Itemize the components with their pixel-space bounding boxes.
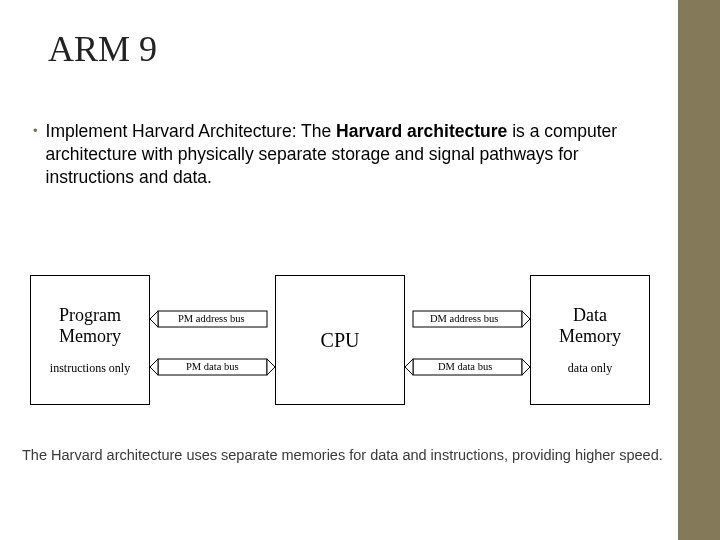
bullet-marker: • [33, 123, 38, 138]
bullet-prefix: Implement Harvard Architecture: The [46, 121, 337, 141]
program-memory-sub: instructions only [50, 361, 130, 376]
pm-data-bus-label: PM data bus [186, 361, 239, 372]
cpu-box: CPU [275, 275, 405, 405]
svg-marker-7 [522, 311, 530, 327]
dm-address-bus-label: DM address bus [430, 313, 498, 324]
program-memory-box: Program Memory instructions only [30, 275, 150, 405]
dm-data-bus-label: DM data bus [438, 361, 492, 372]
diagram-caption: The Harvard architecture uses separate m… [22, 447, 663, 463]
svg-marker-10 [522, 359, 530, 375]
harvard-diagram: Program Memory instructions only CPU Dat… [30, 275, 650, 445]
data-memory-box: Data Memory data only [530, 275, 650, 405]
svg-marker-4 [150, 359, 158, 375]
svg-marker-5 [267, 359, 275, 375]
cpu-label: CPU [321, 329, 360, 352]
data-memory-sub: data only [568, 361, 612, 376]
svg-marker-2 [150, 311, 158, 327]
bullet-item: • Implement Harvard Architecture: The Ha… [33, 120, 650, 188]
accent-sidebar [678, 0, 720, 540]
program-memory-title: Program Memory [59, 305, 121, 347]
pm-address-bus-label: PM address bus [178, 313, 245, 324]
bullet-text: Implement Harvard Architecture: The Harv… [46, 120, 650, 188]
svg-marker-9 [405, 359, 413, 375]
data-memory-title: Data Memory [559, 305, 621, 347]
slide-title: ARM 9 [48, 28, 157, 70]
bullet-bold: Harvard architecture [336, 121, 507, 141]
